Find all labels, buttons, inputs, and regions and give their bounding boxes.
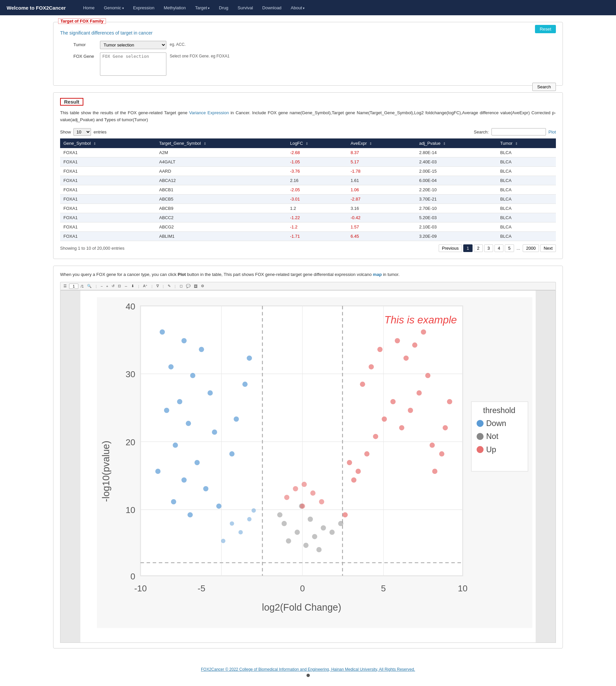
prev-button[interactable]: Previous [439,244,462,252]
toolbar-zoom-in-icon[interactable]: + [105,284,109,289]
svg-text:40: 40 [126,302,135,311]
svg-point-20 [207,391,213,396]
page-5-button[interactable]: 5 [505,244,514,252]
nav-expression[interactable]: Expression [129,3,158,12]
toolbar-fit-icon[interactable]: ⊡ [117,283,122,289]
page-2-button[interactable]: 2 [474,244,483,252]
navbar: Welcome to FOX2Cancer Home Genomic Expre… [0,0,616,15]
footer-link[interactable]: FOX2Cancer © 2022 College of Biomedical … [201,667,415,672]
fox-gene-textarea[interactable] [100,52,167,76]
toolbar-page-input[interactable] [69,284,79,289]
svg-text:Down: Down [486,419,506,428]
svg-point-27 [155,469,161,474]
svg-point-43 [329,530,335,535]
toolbar-download-icon[interactable]: ⬇ [130,283,135,289]
svg-point-83 [251,508,256,513]
volcano-plot-area: This is example [80,290,536,642]
volcano-plot-word: Plot [178,272,186,277]
show-entries: Show 102550100 entries [60,128,107,136]
svg-point-62 [369,364,374,370]
svg-point-34 [234,417,239,422]
result-title: Result [60,98,83,106]
svg-point-23 [160,329,165,335]
svg-point-48 [338,521,343,526]
toolbar-font-icon[interactable]: A⁺ [142,283,149,289]
svg-point-36 [247,356,252,361]
toolbar-menu-icon[interactable]: ☰ [62,283,68,289]
svg-point-19 [199,347,204,352]
page-4-button[interactable]: 4 [494,244,503,252]
svg-point-18 [190,373,196,378]
toolbar-comment-icon[interactable]: 💬 [185,283,192,289]
show-label: Show [60,130,71,134]
toolbar-fullwidth-icon[interactable]: ↔ [123,284,129,289]
plot-link[interactable]: Plot [549,130,556,134]
toolbar-zoom-out-icon[interactable]: − [100,284,104,289]
svg-point-21 [164,408,169,413]
nav-download[interactable]: Download [258,3,286,12]
table-row: FOXA1ABCG2-1.21.572.10E-03BLCA [60,222,556,231]
page-3-button[interactable]: 3 [484,244,493,252]
next-button[interactable]: Next [540,244,556,252]
svg-point-15 [181,338,186,344]
table-header: Gene_Symbol ⇕ Target_Gene_Symbol ⇕ LogFC… [60,138,556,148]
footer: FOX2Cancer © 2022 College of Biomedical … [0,662,616,684]
col-aveexpr[interactable]: AveExpr ⇕ [347,138,416,148]
svg-point-41 [321,525,326,531]
search-button[interactable]: Search [532,83,556,91]
nav-home[interactable]: Home [79,3,98,12]
toolbar-cursor-icon[interactable]: ∇ [155,283,160,289]
volcano-svg: This is example [97,297,532,628]
tumor-select[interactable]: Tumor selection [100,41,167,49]
header-row: Gene_Symbol ⇕ Target_Gene_Symbol ⇕ LogFC… [60,138,556,148]
volcano-desc-post: button in the table, This part shows FOX… [186,272,373,277]
volcano-inner: This is example [61,290,555,642]
page-1-button[interactable]: 1 [463,244,472,252]
svg-text:0: 0 [131,572,135,581]
toolbar-settings-icon[interactable]: ⚙ [200,283,205,289]
tumor-hint: eg. ACC. [170,41,185,47]
svg-point-50 [284,495,290,501]
toolbar-rotate-icon[interactable]: ↺ [111,283,115,289]
svg-point-82 [247,517,251,521]
svg-text:10: 10 [126,505,135,515]
toolbar-erase-icon[interactable]: ◻ [179,283,184,289]
nav-survival[interactable]: Survival [234,3,257,12]
nav-genomic[interactable]: Genomic [100,3,128,12]
tumor-label: Tumor [73,41,100,47]
entries-select[interactable]: 102550100 [73,128,91,136]
page-info: Showing 1 to 10 of 20,000 entries [60,246,125,251]
toolbar-image-icon[interactable]: 🖼 [193,284,199,289]
col-logfc[interactable]: LogFC ⇕ [287,138,347,148]
volcano-desc-pre: When you query a FOX gene for a cancer t… [60,272,178,277]
svg-point-53 [310,490,315,496]
toolbar-search-icon[interactable]: 🔍 [86,283,93,289]
volcano-sidebar-right [536,290,555,642]
svg-text:10: 10 [458,584,467,594]
svg-point-63 [377,347,382,352]
toolbar-pen-icon[interactable]: ✎ [167,283,172,289]
reset-button[interactable]: Reset [535,25,556,33]
col-tumor[interactable]: Tumor ⇕ [497,138,556,148]
nav-about[interactable]: About [287,3,309,12]
nav-methylation[interactable]: Methylation [160,3,190,12]
example-label: This is example [384,314,457,326]
nav-drug[interactable]: Drug [215,3,232,12]
brand-title: Welcome to FOX2Cancer [7,5,66,10]
svg-point-25 [195,460,200,466]
table-search-input[interactable] [491,128,546,135]
last-page-button[interactable]: 2000 [523,244,539,252]
nav-target[interactable]: Target [191,3,214,12]
svg-point-54 [319,500,325,505]
page-ellipsis: ... [515,245,522,252]
svg-point-35 [242,382,248,387]
svg-point-60 [391,399,396,404]
svg-point-46 [316,547,322,553]
svg-point-49 [300,504,305,509]
col-target-gene[interactable]: Target_Gene_Symbol ⇕ [156,138,287,148]
svg-text:-log10(pvalue): -log10(pvalue) [101,441,111,502]
table-row: FOXA1ABCB91.23.162.70E-10BLCA [60,203,556,213]
col-adj-pvalue[interactable]: adj_Pvalue ⇕ [416,138,497,148]
col-gene-symbol[interactable]: Gene_Symbol ⇕ [60,138,156,148]
svg-point-16 [168,364,174,370]
